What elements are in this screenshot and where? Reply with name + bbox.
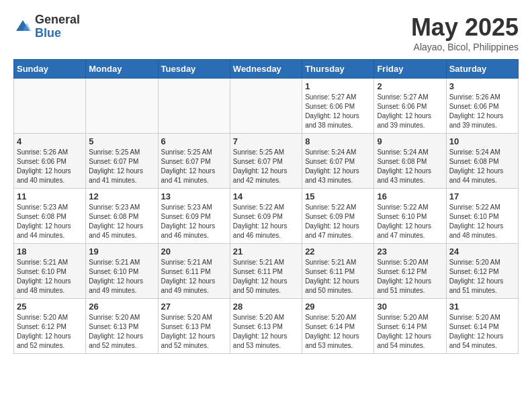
calendar-cell: 31Sunrise: 5:20 AM Sunset: 6:14 PM Dayli… <box>446 299 518 354</box>
calendar-cell: 29Sunrise: 5:20 AM Sunset: 6:14 PM Dayli… <box>302 299 374 354</box>
day-number: 3 <box>449 81 515 91</box>
weekday-header: Tuesday <box>158 60 230 79</box>
day-info: Sunrise: 5:20 AM Sunset: 6:14 PM Dayligh… <box>305 313 371 351</box>
day-info: Sunrise: 5:23 AM Sunset: 6:08 PM Dayligh… <box>89 203 154 240</box>
day-number: 10 <box>449 136 515 146</box>
day-number: 31 <box>449 302 515 312</box>
day-number: 8 <box>305 136 371 146</box>
day-info: Sunrise: 5:26 AM Sunset: 6:06 PM Dayligh… <box>17 148 83 185</box>
calendar-cell: 27Sunrise: 5:20 AM Sunset: 6:13 PM Dayli… <box>158 299 230 354</box>
day-info: Sunrise: 5:24 AM Sunset: 6:08 PM Dayligh… <box>449 148 515 185</box>
calendar-cell: 8Sunrise: 5:24 AM Sunset: 6:07 PM Daylig… <box>302 134 374 189</box>
calendar-cell: 22Sunrise: 5:21 AM Sunset: 6:11 PM Dayli… <box>302 244 374 299</box>
day-number: 19 <box>89 246 154 257</box>
logo: General Blue <box>13 13 80 40</box>
calendar-cell: 23Sunrise: 5:20 AM Sunset: 6:12 PM Dayli… <box>374 244 446 299</box>
day-number: 7 <box>233 136 299 146</box>
calendar-cell: 28Sunrise: 5:20 AM Sunset: 6:13 PM Dayli… <box>230 299 302 354</box>
day-number: 23 <box>377 246 443 257</box>
day-number: 27 <box>161 302 227 312</box>
day-info: Sunrise: 5:25 AM Sunset: 6:07 PM Dayligh… <box>161 148 227 185</box>
weekday-header: Saturday <box>446 60 518 79</box>
day-info: Sunrise: 5:21 AM Sunset: 6:10 PM Dayligh… <box>17 258 83 295</box>
day-number: 12 <box>89 191 154 201</box>
day-info: Sunrise: 5:22 AM Sunset: 6:09 PM Dayligh… <box>233 203 299 240</box>
calendar-cell: 1Sunrise: 5:27 AM Sunset: 6:06 PM Daylig… <box>302 79 374 134</box>
calendar-cell: 17Sunrise: 5:22 AM Sunset: 6:10 PM Dayli… <box>446 189 518 244</box>
calendar-cell: 30Sunrise: 5:20 AM Sunset: 6:14 PM Dayli… <box>374 299 446 354</box>
calendar-cell <box>158 79 230 134</box>
calendar-cell: 21Sunrise: 5:21 AM Sunset: 6:11 PM Dayli… <box>230 244 302 299</box>
calendar-cell <box>14 79 86 134</box>
day-info: Sunrise: 5:27 AM Sunset: 6:06 PM Dayligh… <box>305 93 371 130</box>
day-info: Sunrise: 5:20 AM Sunset: 6:12 PM Dayligh… <box>449 258 515 295</box>
day-number: 17 <box>449 191 515 201</box>
day-info: Sunrise: 5:27 AM Sunset: 6:06 PM Dayligh… <box>377 93 443 130</box>
month-title: May 2025 <box>411 13 519 42</box>
day-number: 26 <box>89 302 154 312</box>
calendar-cell: 19Sunrise: 5:21 AM Sunset: 6:10 PM Dayli… <box>86 244 158 299</box>
day-info: Sunrise: 5:22 AM Sunset: 6:10 PM Dayligh… <box>449 203 515 240</box>
calendar-cell: 9Sunrise: 5:24 AM Sunset: 6:08 PM Daylig… <box>374 134 446 189</box>
day-info: Sunrise: 5:24 AM Sunset: 6:08 PM Dayligh… <box>377 148 443 185</box>
day-number: 9 <box>377 136 443 146</box>
calendar-cell <box>230 79 302 134</box>
calendar-week-row: 11Sunrise: 5:23 AM Sunset: 6:08 PM Dayli… <box>14 189 519 244</box>
day-number: 11 <box>17 191 83 201</box>
day-number: 24 <box>449 246 515 257</box>
day-info: Sunrise: 5:21 AM Sunset: 6:11 PM Dayligh… <box>161 258 227 295</box>
day-number: 21 <box>233 246 299 257</box>
day-info: Sunrise: 5:21 AM Sunset: 6:10 PM Dayligh… <box>89 258 154 295</box>
day-info: Sunrise: 5:21 AM Sunset: 6:11 PM Dayligh… <box>305 258 371 295</box>
day-number: 5 <box>89 136 154 146</box>
logo-blue-text: Blue <box>35 27 80 40</box>
calendar-week-row: 25Sunrise: 5:20 AM Sunset: 6:12 PM Dayli… <box>14 299 519 354</box>
location-text: Alayao, Bicol, Philippines <box>411 42 519 52</box>
calendar-cell: 7Sunrise: 5:25 AM Sunset: 6:07 PM Daylig… <box>230 134 302 189</box>
calendar-cell: 16Sunrise: 5:22 AM Sunset: 6:10 PM Dayli… <box>374 189 446 244</box>
weekday-header: Monday <box>86 60 158 79</box>
day-info: Sunrise: 5:20 AM Sunset: 6:14 PM Dayligh… <box>377 313 443 351</box>
calendar-cell: 3Sunrise: 5:26 AM Sunset: 6:06 PM Daylig… <box>446 79 518 134</box>
day-info: Sunrise: 5:20 AM Sunset: 6:12 PM Dayligh… <box>17 313 83 351</box>
day-number: 18 <box>17 246 83 257</box>
calendar-week-row: 4Sunrise: 5:26 AM Sunset: 6:06 PM Daylig… <box>14 134 519 189</box>
calendar-header-row: SundayMondayTuesdayWednesdayThursdayFrid… <box>14 60 519 79</box>
day-info: Sunrise: 5:24 AM Sunset: 6:07 PM Dayligh… <box>305 148 371 185</box>
weekday-header: Thursday <box>302 60 374 79</box>
calendar-cell: 10Sunrise: 5:24 AM Sunset: 6:08 PM Dayli… <box>446 134 518 189</box>
calendar-cell: 4Sunrise: 5:26 AM Sunset: 6:06 PM Daylig… <box>14 134 86 189</box>
calendar-table: SundayMondayTuesdayWednesdayThursdayFrid… <box>13 59 519 354</box>
day-number: 1 <box>305 81 371 91</box>
calendar-cell: 15Sunrise: 5:22 AM Sunset: 6:09 PM Dayli… <box>302 189 374 244</box>
page-header: General Blue May 2025 Alayao, Bicol, Phi… <box>13 13 519 52</box>
day-info: Sunrise: 5:25 AM Sunset: 6:07 PM Dayligh… <box>89 148 154 185</box>
day-info: Sunrise: 5:25 AM Sunset: 6:07 PM Dayligh… <box>233 148 299 185</box>
calendar-week-row: 18Sunrise: 5:21 AM Sunset: 6:10 PM Dayli… <box>14 244 519 299</box>
calendar-cell: 6Sunrise: 5:25 AM Sunset: 6:07 PM Daylig… <box>158 134 230 189</box>
day-info: Sunrise: 5:20 AM Sunset: 6:14 PM Dayligh… <box>449 313 515 351</box>
calendar-cell: 24Sunrise: 5:20 AM Sunset: 6:12 PM Dayli… <box>446 244 518 299</box>
logo-icon <box>13 17 32 36</box>
weekday-header: Wednesday <box>230 60 302 79</box>
weekday-header: Friday <box>374 60 446 79</box>
day-info: Sunrise: 5:22 AM Sunset: 6:09 PM Dayligh… <box>305 203 371 240</box>
calendar-week-row: 1Sunrise: 5:27 AM Sunset: 6:06 PM Daylig… <box>14 79 519 134</box>
calendar-cell: 5Sunrise: 5:25 AM Sunset: 6:07 PM Daylig… <box>86 134 158 189</box>
title-area: May 2025 Alayao, Bicol, Philippines <box>411 13 519 52</box>
day-info: Sunrise: 5:26 AM Sunset: 6:06 PM Dayligh… <box>449 93 515 130</box>
day-info: Sunrise: 5:20 AM Sunset: 6:13 PM Dayligh… <box>161 313 227 351</box>
day-number: 13 <box>161 191 227 201</box>
logo-general-text: General <box>35 13 80 27</box>
calendar-cell: 2Sunrise: 5:27 AM Sunset: 6:06 PM Daylig… <box>374 79 446 134</box>
day-info: Sunrise: 5:21 AM Sunset: 6:11 PM Dayligh… <box>233 258 299 295</box>
calendar-cell: 26Sunrise: 5:20 AM Sunset: 6:13 PM Dayli… <box>86 299 158 354</box>
day-number: 16 <box>377 191 443 201</box>
day-info: Sunrise: 5:23 AM Sunset: 6:08 PM Dayligh… <box>17 203 83 240</box>
calendar-cell: 13Sunrise: 5:23 AM Sunset: 6:09 PM Dayli… <box>158 189 230 244</box>
day-number: 29 <box>305 302 371 312</box>
day-info: Sunrise: 5:22 AM Sunset: 6:10 PM Dayligh… <box>377 203 443 240</box>
day-number: 20 <box>161 246 227 257</box>
calendar-cell: 20Sunrise: 5:21 AM Sunset: 6:11 PM Dayli… <box>158 244 230 299</box>
day-number: 22 <box>305 246 371 257</box>
